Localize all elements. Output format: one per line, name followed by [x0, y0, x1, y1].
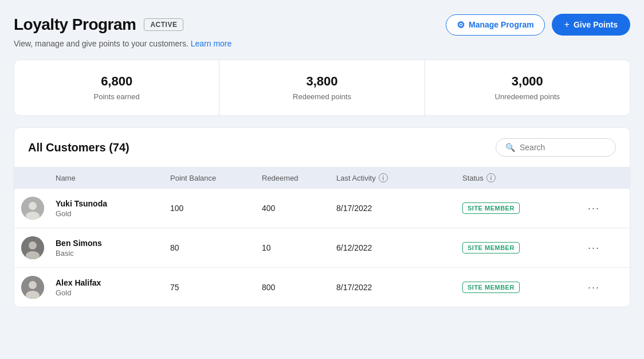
- col-last-activity: Last Activity i: [336, 173, 462, 182]
- stats-card: 6,800 Points earned 3,800 Redeemed point…: [14, 60, 630, 116]
- col-point-balance: Point Balance: [170, 173, 262, 182]
- stat-points-earned: 6,800 Points earned: [14, 60, 219, 115]
- learn-more-link[interactable]: Learn more: [191, 39, 232, 48]
- customer-name: Alex Halifax: [56, 278, 170, 287]
- col-redeemed: Redeemed: [262, 173, 336, 182]
- customer-name: Ben Simons: [56, 239, 170, 248]
- status-badge: ACTIVE: [144, 18, 183, 31]
- stat-unredeemed-points: 3,000 Unredeemed points: [425, 60, 630, 115]
- col-name: Name: [56, 173, 170, 182]
- customer-info: Alex Halifax Gold: [56, 278, 170, 297]
- status-cell: SITE MEMBER: [462, 202, 566, 214]
- col-status: Status i: [462, 173, 566, 182]
- page-header: Loyalty Program ACTIVE ⚙ Manage Program …: [14, 14, 630, 36]
- stat-value-unredeemed: 3,000: [425, 74, 630, 89]
- manage-btn-label: Manage Program: [469, 20, 534, 29]
- gear-icon: ⚙: [457, 19, 465, 30]
- stat-redeemed-points: 3,800 Redeemed points: [219, 60, 424, 115]
- site-member-badge: SITE MEMBER: [462, 282, 520, 293]
- svg-point-7: [29, 281, 37, 289]
- col-actions: [566, 173, 600, 182]
- more-options-button[interactable]: ···: [566, 242, 600, 254]
- customers-header: All Customers (74) 🔍: [14, 128, 630, 167]
- customer-tier: Gold: [56, 288, 170, 297]
- customers-card: All Customers (74) 🔍 Name Point Balance …: [14, 127, 630, 307]
- search-input[interactable]: [520, 143, 606, 152]
- point-balance-value: 80: [170, 243, 262, 252]
- plus-icon: +: [564, 19, 570, 30]
- last-activity-value: 8/17/2022: [336, 283, 462, 292]
- last-activity-value: 6/12/2022: [336, 243, 462, 252]
- avatar: [21, 236, 44, 259]
- status-cell: SITE MEMBER: [462, 242, 566, 253]
- more-options-button[interactable]: ···: [566, 282, 600, 294]
- stat-label-earned: Points earned: [94, 92, 140, 101]
- page-subtitle: View, manage and give points to your cus…: [14, 39, 630, 48]
- site-member-badge: SITE MEMBER: [462, 202, 520, 214]
- give-points-label: Give Points: [574, 20, 618, 29]
- search-icon: 🔍: [505, 143, 515, 152]
- redeemed-value: 800: [262, 283, 336, 292]
- stat-label-redeemed: Redeemed points: [293, 92, 351, 101]
- page-title: Loyalty Program: [14, 15, 136, 34]
- customer-info: Ben Simons Basic: [56, 239, 170, 257]
- manage-program-button[interactable]: ⚙ Manage Program: [446, 14, 545, 36]
- svg-point-1: [29, 202, 37, 210]
- table-header: Name Point Balance Redeemed Last Activit…: [14, 167, 630, 188]
- table-row: Ben Simons Basic 80 10 6/12/2022 SITE ME…: [14, 228, 630, 267]
- customer-tier: Gold: [56, 209, 170, 218]
- status-info-icon: i: [486, 173, 496, 182]
- avatar: [21, 276, 44, 299]
- customer-tier: Basic: [56, 249, 170, 257]
- point-balance-value: 100: [170, 204, 262, 213]
- customers-title: All Customers (74): [28, 141, 129, 154]
- redeemed-value: 400: [262, 204, 336, 213]
- more-options-button[interactable]: ···: [566, 202, 600, 214]
- last-activity-value: 8/17/2022: [336, 204, 462, 213]
- customer-info: Yuki Tsunoda Gold: [56, 199, 170, 218]
- stat-value-earned: 6,800: [14, 74, 219, 89]
- table-row: Yuki Tsunoda Gold 100 400 8/17/2022 SITE…: [14, 188, 630, 228]
- table-row: Alex Halifax Gold 75 800 8/17/2022 SITE …: [14, 267, 630, 307]
- site-member-badge: SITE MEMBER: [462, 242, 520, 253]
- header-right: ⚙ Manage Program + Give Points: [446, 14, 630, 36]
- customer-name: Yuki Tsunoda: [56, 199, 170, 208]
- search-box[interactable]: 🔍: [496, 138, 616, 157]
- stat-value-redeemed: 3,800: [219, 74, 424, 89]
- point-balance-value: 75: [170, 283, 262, 292]
- header-left: Loyalty Program ACTIVE: [14, 15, 183, 34]
- last-activity-info-icon: i: [379, 173, 388, 182]
- give-points-button[interactable]: + Give Points: [552, 14, 630, 36]
- redeemed-value: 10: [262, 243, 336, 252]
- status-cell: SITE MEMBER: [462, 282, 566, 293]
- col-avatar: [21, 173, 56, 182]
- stat-label-unredeemed: Unredeemed points: [495, 92, 560, 101]
- avatar: [21, 197, 44, 220]
- svg-point-4: [29, 241, 37, 249]
